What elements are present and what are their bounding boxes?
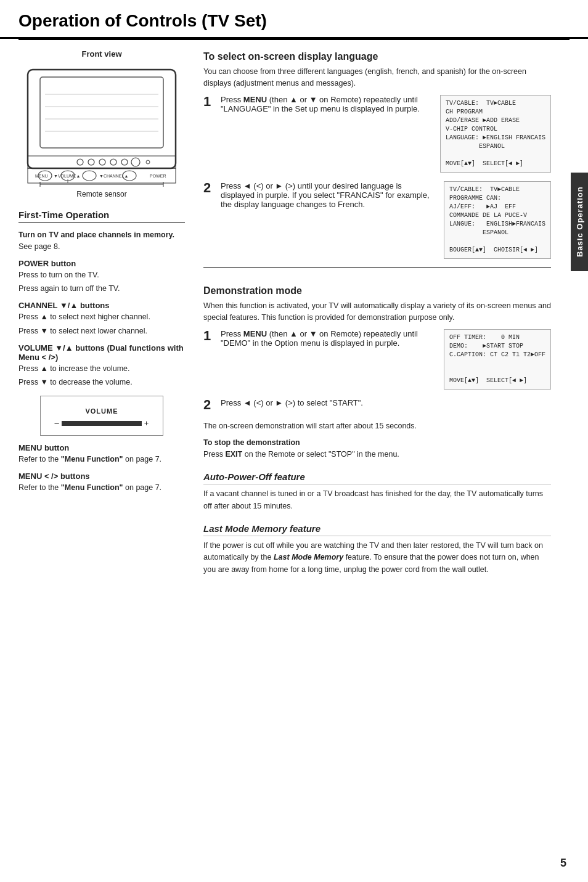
remote-sensor-label: Remote sensor bbox=[18, 190, 185, 198]
power-button-text1: Press to turn on the TV. bbox=[18, 269, 185, 281]
channel-button-text1: Press ▲ to select next higher channel. bbox=[18, 311, 185, 323]
s2-line1: TV/CABLE: TV►CABLE bbox=[449, 186, 545, 194]
volume-minus: – bbox=[55, 419, 59, 428]
svg-point-9 bbox=[99, 159, 105, 165]
right-column: To select on-screen display language You… bbox=[197, 40, 570, 581]
exit-bold: EXIT bbox=[225, 450, 242, 459]
s2-line5: LANGUE: ENGLISH►FRANCAIS bbox=[449, 220, 545, 229]
svg-point-10 bbox=[110, 159, 116, 165]
left-column: Front view bbox=[18, 40, 197, 581]
title-bar: Operation of Controls (TV Set) bbox=[0, 0, 588, 39]
tv-illustration: MENU ▼VOLUME▲ ▼CHANNEL▲ POWER bbox=[22, 63, 182, 187]
menu-button-bold: "Menu Function" bbox=[61, 455, 123, 463]
demo-step1-number: 1 bbox=[203, 329, 217, 343]
ds1-line3: C.CAPTION: CT C2 T1 T2►OFF bbox=[449, 351, 545, 359]
menu-lt-gt-text: Refer to the "Menu Function" on page 7. bbox=[18, 482, 185, 494]
volume-label: VOLUME bbox=[48, 407, 155, 415]
menu-lt-gt-bold: "Menu Function" bbox=[61, 483, 123, 492]
volume-bar bbox=[62, 421, 142, 426]
side-tab-label: Basic Operation bbox=[575, 187, 584, 258]
language-step1: 1 Press MENU (then ▲ or ▼ on Remote) rep… bbox=[203, 95, 551, 173]
volume-box: VOLUME – + bbox=[40, 396, 163, 436]
svg-text:▼CHANNEL▲: ▼CHANNEL▲ bbox=[99, 174, 128, 178]
svg-point-13 bbox=[146, 160, 150, 164]
language-step2-screen: TV/CABLE: TV►CABLE PROGRAMME CAN: AJ/EFF… bbox=[444, 181, 551, 259]
demo-after-text: The on-screen demonstration will start a… bbox=[203, 420, 551, 432]
first-time-subtitle-bold: Turn on TV and place channels in memory. bbox=[18, 231, 174, 239]
power-button-title: POWER button bbox=[18, 259, 185, 268]
language-step1-screen: TV/CABLE: TV►CABLE CH PROGRAM ADD/ERASE … bbox=[440, 95, 551, 173]
demo-section: Demonstration mode When this function is… bbox=[203, 267, 551, 461]
screen-line1: TV/CABLE: TV►CABLE bbox=[446, 99, 545, 108]
svg-point-21 bbox=[83, 171, 96, 181]
svg-text:MENU: MENU bbox=[35, 174, 48, 178]
last-mode-bold: Last Mode Memory bbox=[274, 553, 343, 561]
screen-line8: MOVE[▲▼] SELECT[◄ ►] bbox=[446, 160, 545, 168]
last-mode-title-text: Last Mode Memory feature bbox=[203, 523, 321, 534]
demo-step2-number: 2 bbox=[203, 398, 217, 412]
volume-bar-row: – + bbox=[48, 419, 155, 428]
page-container: Basic Operation Operation of Controls (T… bbox=[0, 0, 588, 882]
step2-number: 2 bbox=[203, 181, 217, 195]
ds1-line1: OFF TIMER: 0 MIN bbox=[449, 333, 545, 342]
step2-text: Press ◄ (<) or ► (>) until your desired … bbox=[221, 181, 438, 209]
step1-row: Press MENU (then ▲ or ▼ on Remote) repea… bbox=[221, 95, 551, 173]
step2-row: Press ◄ (<) or ► (>) until your desired … bbox=[221, 181, 551, 259]
svg-rect-6 bbox=[28, 156, 176, 168]
side-tab: Basic Operation bbox=[571, 173, 588, 271]
demo-step1-screen: OFF TIMER: 0 MIN DEMO: ►START STOP C.CAP… bbox=[444, 329, 551, 390]
screen-line3: ADD/ERASE ►ADD ERASE bbox=[446, 116, 545, 125]
step1-text: Press MENU (then ▲ or ▼ on Remote) repea… bbox=[221, 95, 434, 113]
s2-line8: BOUGER[▲▼] CHOISIR[◄ ►] bbox=[449, 246, 545, 255]
demo-step1: 1 Press MENU (then ▲ or ▼ on Remote) rep… bbox=[203, 329, 551, 390]
menu-button-text: Refer to the "Menu Function" on page 7. bbox=[18, 454, 185, 465]
step1-menu-bold: MENU bbox=[243, 95, 267, 104]
screen-line5: LANGUAGE: ►ENGLISH FRANCAIS bbox=[446, 134, 545, 142]
volume-plus: + bbox=[144, 419, 149, 428]
auto-power-text: If a vacant channel is tuned in or a TV … bbox=[203, 488, 551, 512]
svg-point-7 bbox=[77, 159, 83, 165]
demo-step2: 2 Press ◄ (<) or ► (>) to select "START"… bbox=[203, 398, 551, 412]
language-intro: You can choose from three different lang… bbox=[203, 66, 551, 90]
last-mode-text: If the power is cut off while you are wa… bbox=[203, 540, 551, 576]
power-button-text2: Press again to turn off the TV. bbox=[18, 283, 185, 295]
language-section-title: To select on-screen display language bbox=[203, 51, 551, 62]
screen-line2: CH PROGRAM bbox=[446, 108, 545, 116]
s2-line2: PROGRAMME CAN: bbox=[449, 194, 545, 203]
ds1-line2: DEMO: ►START STOP bbox=[449, 342, 545, 351]
svg-text:POWER: POWER bbox=[150, 174, 166, 178]
channel-button-text2: Press ▼ to select next lower channel. bbox=[18, 325, 185, 337]
svg-rect-1 bbox=[40, 77, 163, 148]
svg-point-11 bbox=[121, 159, 128, 165]
to-stop-text: Press EXIT on the Remote or select "STOP… bbox=[203, 449, 551, 460]
ds1-line6: MOVE[▲▼] SELECT[◄ ►] bbox=[449, 377, 545, 385]
page-title: Operation of Controls (TV Set) bbox=[18, 11, 267, 30]
auto-power-title-text: Auto-Power-Off feature bbox=[203, 472, 305, 482]
svg-point-8 bbox=[88, 159, 94, 165]
channel-button-title: CHANNEL ▼/▲ buttons bbox=[18, 301, 185, 310]
screen-line6: ESPANOL bbox=[446, 142, 545, 151]
volume-button-text2: Press ▼ to decrease the volume. bbox=[18, 377, 185, 388]
demo-step1-menu-bold: MENU bbox=[243, 329, 267, 338]
demo-step1-text: Press MENU (then ▲ or ▼ on Remote) repea… bbox=[221, 329, 438, 348]
demo-intro: When this function is activated, your TV… bbox=[203, 300, 551, 324]
demo-section-title: Demonstration mode bbox=[203, 285, 551, 296]
content-area: Front view bbox=[0, 40, 588, 593]
front-view-label: Front view bbox=[18, 49, 185, 59]
screen-line4: V-CHIP CONTROL bbox=[446, 125, 545, 134]
last-mode-title: Last Mode Memory feature bbox=[203, 523, 551, 536]
demo-step2-text: Press ◄ (<) or ► (>) to select "START". bbox=[221, 398, 551, 407]
demo-step1-row: Press MENU (then ▲ or ▼ on Remote) repea… bbox=[221, 329, 551, 390]
volume-button-title: VOLUME ▼/▲ buttons (Dual functions with … bbox=[18, 343, 185, 362]
s2-line3: AJ/EFF: ►AJ EFF bbox=[449, 203, 545, 211]
to-stop-title: To stop the demonstration bbox=[203, 438, 551, 447]
volume-button-text1: Press ▲ to increase the volume. bbox=[18, 363, 185, 375]
menu-lt-gt-title: MENU < /> buttons bbox=[18, 472, 185, 481]
first-time-section-title: First-Time Operation bbox=[18, 210, 185, 223]
page-number: 5 bbox=[560, 857, 566, 870]
svg-point-12 bbox=[131, 158, 140, 166]
displayed-word: displayed bbox=[351, 104, 385, 113]
first-time-subtitle: Turn on TV and place channels in memory.… bbox=[18, 229, 185, 253]
svg-text:▼VOLUME▲: ▼VOLUME▲ bbox=[54, 174, 80, 178]
s2-line6: ESPANOL bbox=[449, 229, 545, 237]
